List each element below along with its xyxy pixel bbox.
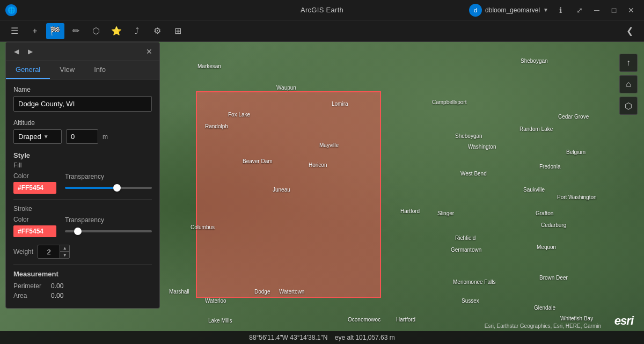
weight-input[interactable]	[38, 246, 60, 258]
stroke-color-hex: #FF5454	[18, 228, 43, 235]
altitude-value-input[interactable]	[66, 129, 98, 144]
divider-fill-stroke	[13, 199, 152, 200]
area-row: Area 0.00	[13, 292, 152, 299]
area-value: 0.00	[51, 292, 63, 299]
altitude-mode-value: Draped	[18, 133, 41, 141]
measurement-header: Measurement	[13, 270, 152, 278]
app-title: ArcGIS Earth	[301, 6, 343, 14]
fill-slider-thumb[interactable]	[113, 184, 121, 192]
stroke-transparency-col: Transparency	[65, 216, 152, 237]
fill-transparency-label: Transparency	[65, 173, 152, 180]
home-button[interactable]: ⌂	[619, 75, 638, 93]
fullscreen-button[interactable]: ⤢	[572, 3, 587, 18]
stroke-transparency-label: Transparency	[65, 216, 152, 224]
stroke-slider-thumb[interactable]	[74, 228, 82, 235]
compass-button[interactable]: ↑	[619, 54, 638, 72]
fill-color-swatch[interactable]: #FF5454	[13, 182, 56, 194]
perimeter-label: Perimeter	[13, 282, 51, 290]
window-controls: ⤢ ─ □ ✕	[572, 3, 639, 18]
user-avatar: d	[469, 4, 482, 17]
scene-button[interactable]: ⬡	[87, 23, 105, 39]
stroke-slider-track	[65, 230, 152, 232]
coordinates-display: 88°56'11.4"W 43°14'38.1"N eye alt 101,05…	[249, 334, 395, 341]
side-panel: ◀ ▶ ✕ General View Info Name Altitude Dr…	[5, 42, 160, 309]
panel-nav: ◀ ▶	[10, 46, 36, 57]
panel-forward-button[interactable]: ▶	[24, 46, 36, 57]
right-nav: ↑ ⌂ ⬡	[619, 54, 638, 115]
name-input[interactable]	[13, 96, 152, 112]
panel-back-button[interactable]: ◀	[10, 46, 22, 57]
toolbar-right: d dbloom_geomarvel ▼ ℹ ⤢ ─ □ ✕	[469, 3, 639, 18]
attribution-text: Esri, Earthstar Geographics, Esri, HERE,…	[485, 323, 601, 329]
close-button[interactable]: ✕	[624, 3, 639, 18]
fill-color-col: Color #FF5454	[13, 172, 56, 194]
settings-button[interactable]: ⚙	[148, 23, 166, 39]
navigate-button[interactable]: 🏁	[46, 23, 64, 39]
fill-color-label: Color	[13, 172, 56, 180]
toolbar-left: 🌐	[5, 4, 19, 16]
altitude-row: Draped ▼ m	[13, 129, 152, 144]
bookmark-button[interactable]: ⭐	[107, 23, 126, 39]
map-attribution: Esri, Earthstar Geographics, Esri, HERE,…	[485, 323, 601, 329]
fill-transparency-slider[interactable]	[65, 182, 152, 193]
dropdown-arrow-icon: ▼	[43, 134, 49, 140]
app-icon: 🌐	[5, 4, 17, 16]
fill-color-row: Color #FF5454 Transparency	[13, 172, 152, 194]
panel-header: ◀ ▶ ✕	[6, 42, 159, 61]
tab-info[interactable]: Info	[84, 61, 115, 79]
tab-general[interactable]: General	[6, 61, 50, 79]
panel-tabs: General View Info	[6, 61, 159, 79]
status-bar: 88°56'11.4"W 43°14'38.1"N eye alt 101,05…	[0, 331, 644, 344]
panel-body: Name Altitude Draped ▼ m Style Fill Colo…	[6, 79, 159, 308]
stroke-color-col: Color #FF5454	[13, 216, 56, 237]
weight-row: Weight ▲ ▼	[13, 245, 152, 259]
esri-logo: esri	[614, 314, 633, 328]
user-info: d dbloom_geomarvel ▼	[469, 4, 548, 17]
perimeter-value: 0.00	[51, 282, 63, 290]
info-button[interactable]: ℹ	[553, 3, 568, 18]
perimeter-row: Perimeter 0.00	[13, 282, 152, 290]
altitude-mode-dropdown[interactable]: Draped ▼	[13, 129, 62, 144]
layers-button[interactable]: ☰	[5, 23, 24, 39]
fill-header: Fill	[13, 162, 152, 169]
polygon-overlay	[196, 91, 381, 298]
altitude-label: Altitude	[13, 119, 152, 127]
main-toolbar: ☰ + 🏁 ✏ ⬡ ⭐ ⤴ ⚙ ⊞ ❮	[0, 20, 644, 42]
divider-stroke-measurement	[13, 264, 152, 265]
weight-input-wrap: ▲ ▼	[38, 245, 70, 259]
weight-arrows: ▲ ▼	[60, 245, 69, 258]
title-bar: 🌐 ArcGIS Earth d dbloom_geomarvel ▼ ℹ ⤢ …	[0, 0, 644, 20]
style-header: Style	[13, 151, 152, 159]
fill-transparency-col: Transparency	[65, 173, 152, 193]
altitude-unit: m	[103, 133, 108, 141]
stroke-color-row: Color #FF5454 Transparency	[13, 216, 152, 237]
fill-slider-track	[65, 187, 152, 189]
weight-up-button[interactable]: ▲	[60, 245, 69, 252]
maximize-button[interactable]: □	[606, 3, 621, 18]
stroke-color-label: Color	[13, 216, 56, 223]
collapse-button[interactable]: ❮	[620, 23, 639, 39]
markup-button[interactable]: ✏	[67, 23, 85, 39]
name-label: Name	[13, 86, 152, 93]
fill-color-hex: #FF5454	[18, 184, 43, 192]
username: dbloom_geomarvel	[485, 6, 540, 14]
minimize-button[interactable]: ─	[589, 3, 604, 18]
weight-label: Weight	[13, 248, 33, 255]
panel-close-button[interactable]: ✕	[143, 46, 155, 57]
coordinates-text: 88°56'11.4"W 43°14'38.1"N	[249, 334, 327, 341]
stroke-color-swatch[interactable]: #FF5454	[13, 225, 56, 237]
area-label: Area	[13, 292, 51, 299]
user-dropdown-icon[interactable]: ▼	[543, 7, 548, 13]
tab-view[interactable]: View	[50, 61, 84, 79]
share-button[interactable]: ⤴	[128, 23, 146, 39]
stroke-header: Stroke	[13, 205, 152, 213]
grid-button[interactable]: ⊞	[169, 23, 187, 39]
weight-down-button[interactable]: ▼	[60, 252, 69, 258]
stroke-transparency-slider[interactable]	[65, 226, 152, 237]
eye-alt-text: eye alt 101,057.63 m	[335, 334, 395, 341]
add-button[interactable]: +	[26, 23, 44, 39]
3d-view-button[interactable]: ⬡	[619, 97, 638, 115]
